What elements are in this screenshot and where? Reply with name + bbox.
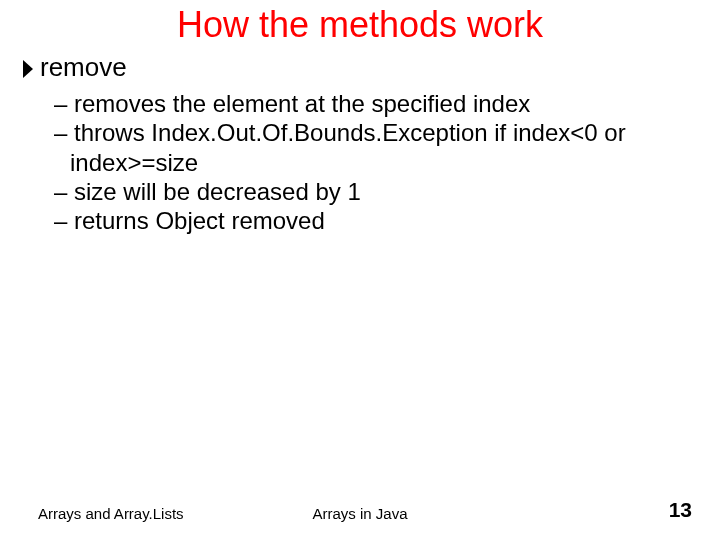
topic-row: remove [22, 52, 700, 83]
list-item: – throws Index.Out.Of.Bounds.Exception i… [54, 118, 700, 177]
slide-title: How the methods work [20, 4, 700, 46]
list-item: – removes the element at the specified i… [54, 89, 700, 118]
footer-center: Arrays in Java [312, 505, 407, 522]
list-item-text: returns Object removed [74, 207, 325, 234]
bullet-icon [22, 58, 36, 80]
slide: How the methods work remove – removes th… [0, 0, 720, 540]
footer-left: Arrays and Array.Lists [38, 505, 184, 522]
topic-label: remove [40, 52, 127, 83]
dash-icon: – [54, 90, 74, 117]
list-item-text: size will be decreased by 1 [74, 178, 361, 205]
footer: Arrays and Array.Lists Arrays in Java 13 [0, 498, 720, 522]
dash-icon: – [54, 119, 74, 146]
page-number: 13 [669, 498, 692, 522]
sub-list: – removes the element at the specified i… [54, 89, 700, 235]
list-item-text: removes the element at the specified ind… [74, 90, 530, 117]
dash-icon: – [54, 178, 74, 205]
list-item: – returns Object removed [54, 206, 700, 235]
list-item: – size will be decreased by 1 [54, 177, 700, 206]
list-item-text: throws Index.Out.Of.Bounds.Exception if … [70, 119, 626, 175]
dash-icon: – [54, 207, 74, 234]
